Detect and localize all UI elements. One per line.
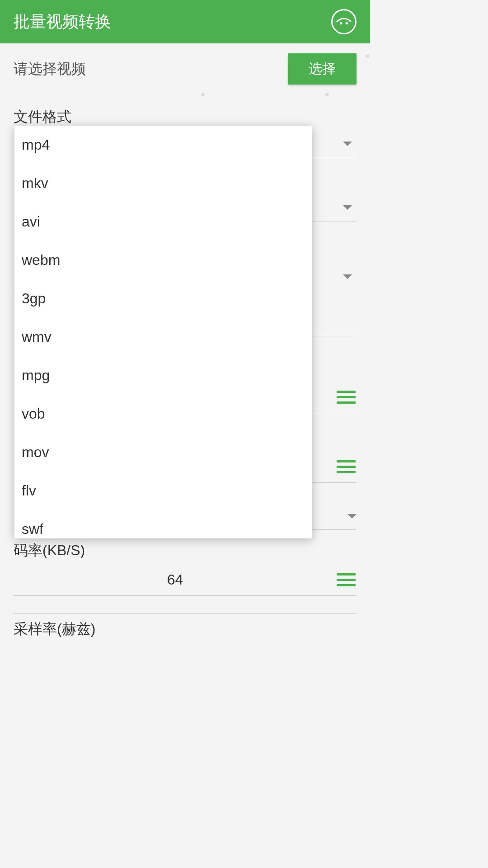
format-option-avi[interactable]: avi [14, 203, 312, 241]
menu-icon[interactable] [337, 573, 357, 586]
format-option-mpg[interactable]: mpg [14, 356, 312, 395]
format-option-vob[interactable]: vob [14, 395, 312, 433]
avatar-icon[interactable] [331, 9, 357, 34]
format-option-3gp[interactable]: 3gp [14, 279, 312, 318]
format-option-wmv[interactable]: wmv [14, 318, 312, 356]
svg-point-0 [333, 10, 355, 33]
svg-point-2 [346, 22, 348, 24]
select-button[interactable]: 选择 [288, 53, 357, 85]
chevron-down-icon [347, 514, 357, 519]
sample-rate-label: 采样率(赫兹) [14, 619, 357, 639]
bitrate-row: 64 [14, 564, 357, 596]
bitrate-value[interactable]: 64 [14, 571, 337, 588]
format-option-mp4[interactable]: mp4 [14, 126, 312, 164]
file-format-dropdown-popup: mp4 mkv avi webm 3gp wmv mpg vob mov flv… [14, 126, 312, 538]
chevron-down-icon [343, 142, 352, 146]
file-format-label: 文件格式 [14, 107, 357, 127]
select-video-row: 请选择视频 选择 [14, 43, 357, 93]
page-title: 批量视频转换 [14, 11, 111, 33]
menu-icon[interactable] [337, 391, 357, 404]
app-header: 批量视频转换 [0, 0, 370, 43]
svg-point-1 [340, 22, 342, 24]
format-option-mov[interactable]: mov [14, 433, 312, 472]
format-option-flv[interactable]: flv [14, 472, 312, 510]
menu-icon[interactable] [337, 460, 357, 473]
chevron-down-icon [343, 205, 352, 210]
select-video-label: 请选择视频 [14, 59, 86, 79]
format-option-webm[interactable]: webm [14, 241, 312, 279]
format-option-swf[interactable]: swf [14, 510, 312, 538]
chevron-down-icon [343, 274, 352, 279]
bitrate-label: 码率(KB/S) [14, 541, 357, 561]
format-option-mkv[interactable]: mkv [14, 164, 312, 203]
